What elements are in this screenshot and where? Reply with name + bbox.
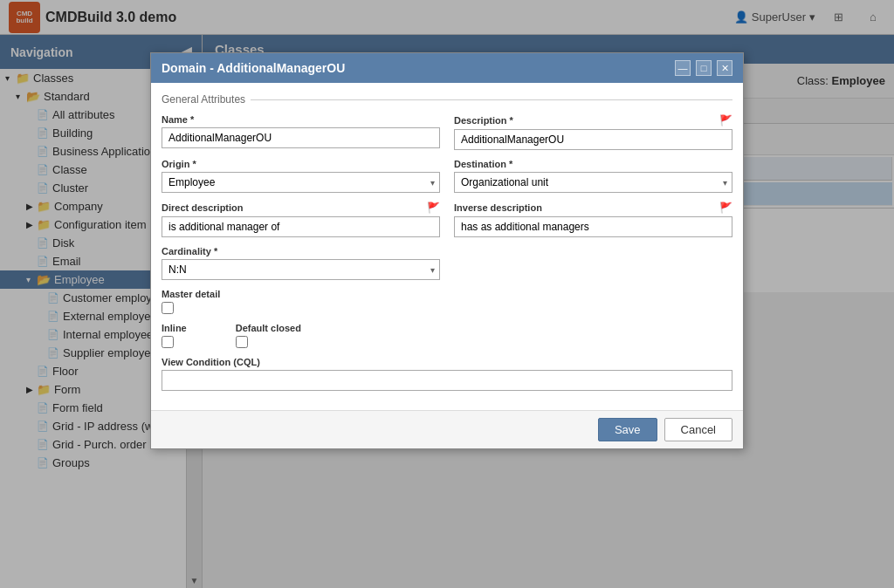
description-input[interactable]	[454, 129, 732, 150]
form-row-4: Cardinality * N:N 1:N N:1 1:1 ▾	[162, 246, 732, 280]
form-group-name: Name *	[162, 114, 440, 150]
form-group-destination: Destination * Organizational unit Employ…	[454, 159, 732, 193]
origin-select-wrapper: Employee Organizational unit Company ▾	[162, 172, 440, 193]
name-label: Name *	[162, 114, 440, 125]
modal-overlay: Domain - AdditionalManagerOU — □ ✕ Gener…	[0, 0, 894, 588]
destination-label: Destination *	[454, 159, 732, 169]
direct-desc-input[interactable]	[162, 216, 440, 237]
master-detail-checkbox-row	[162, 302, 220, 314]
master-detail-checkbox[interactable]	[162, 302, 174, 314]
cardinality-label: Cardinality *	[162, 246, 440, 256]
origin-label: Origin *	[162, 159, 440, 169]
description-label: Description * 🚩	[454, 114, 732, 126]
inverse-desc-flag-icon[interactable]: 🚩	[719, 202, 732, 214]
form-group-inline: Inline	[162, 323, 187, 348]
direct-desc-flag-icon[interactable]: 🚩	[427, 202, 440, 214]
inline-label: Inline	[162, 323, 187, 333]
save-button[interactable]: Save	[598, 418, 657, 441]
form-group-placeholder	[454, 246, 732, 280]
form-row-6: Inline Default closed	[162, 323, 732, 348]
default-closed-checkbox[interactable]	[236, 336, 248, 348]
inline-checkbox-row	[162, 336, 187, 348]
form-group-cardinality: Cardinality * N:N 1:N N:1 1:1 ▾	[162, 246, 440, 280]
modal-body: General Attributes Name * Description *	[151, 83, 743, 410]
form-group-inverse-desc: Inverse description 🚩	[454, 202, 732, 237]
form-row-2: Origin * Employee Organizational unit Co…	[162, 159, 732, 193]
form-row-1: Name * Description * 🚩	[162, 114, 732, 150]
modal-title: Domain - AdditionalManagerOU	[162, 61, 345, 75]
form-group-description: Description * 🚩	[454, 114, 732, 150]
modal-footer: Save Cancel	[151, 410, 743, 448]
view-condition-input[interactable]	[162, 370, 732, 391]
modal-dialog: Domain - AdditionalManagerOU — □ ✕ Gener…	[150, 52, 744, 449]
modal-window-buttons: — □ ✕	[675, 60, 732, 76]
view-condition-label: View Condition (CQL)	[162, 357, 732, 367]
inverse-desc-input[interactable]	[454, 216, 732, 237]
form-row-3: Direct description 🚩 Inverse description…	[162, 202, 732, 237]
description-flag-icon[interactable]: 🚩	[719, 114, 732, 126]
section-divider	[251, 99, 732, 100]
modal-minimize-btn[interactable]: —	[675, 60, 691, 76]
direct-desc-label: Direct description 🚩	[162, 202, 440, 214]
form-row-7: View Condition (CQL)	[162, 357, 732, 391]
modal-title-bar: Domain - AdditionalManagerOU — □ ✕	[151, 53, 743, 83]
form-group-default-closed: Default closed	[236, 323, 301, 348]
cancel-button[interactable]: Cancel	[664, 418, 732, 441]
modal-maximize-btn[interactable]: □	[696, 60, 712, 76]
inverse-desc-label: Inverse description 🚩	[454, 202, 732, 214]
form-group-origin: Origin * Employee Organizational unit Co…	[162, 159, 440, 193]
default-closed-label: Default closed	[236, 323, 301, 333]
destination-select-wrapper: Organizational unit Employee Company ▾	[454, 172, 732, 193]
origin-select[interactable]: Employee Organizational unit Company	[162, 172, 440, 193]
section-general-attrs: General Attributes	[162, 93, 732, 106]
destination-select[interactable]: Organizational unit Employee Company	[454, 172, 732, 193]
form-group-direct-desc: Direct description 🚩	[162, 202, 440, 237]
cardinality-select[interactable]: N:N 1:N N:1 1:1	[162, 259, 440, 280]
name-input[interactable]	[162, 127, 440, 148]
cardinality-select-wrapper: N:N 1:N N:1 1:1 ▾	[162, 259, 440, 280]
master-detail-label: Master detail	[162, 289, 220, 299]
form-group-view-condition: View Condition (CQL)	[162, 357, 732, 391]
default-closed-checkbox-row	[236, 336, 301, 348]
modal-close-btn[interactable]: ✕	[717, 60, 732, 76]
form-row-5: Master detail	[162, 289, 732, 314]
section-label: General Attributes	[162, 93, 245, 106]
form-group-master-detail: Master detail	[162, 289, 220, 314]
inline-checkbox[interactable]	[162, 336, 174, 348]
